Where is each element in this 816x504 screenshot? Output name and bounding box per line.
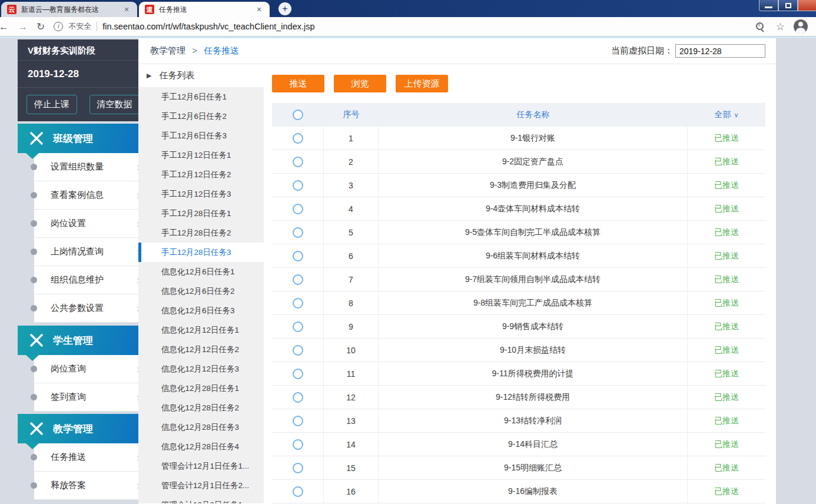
row-radio[interactable] <box>293 227 303 238</box>
row-radio[interactable] <box>293 321 303 332</box>
row-index: 12 <box>324 386 379 409</box>
section-header-class-management[interactable]: 班级管理 <box>18 124 148 153</box>
task-list-item[interactable]: 信息化12月12日任务2 <box>138 340 264 359</box>
row-radio[interactable] <box>293 133 303 144</box>
task-list-item[interactable]: 手工12月12日任务1 <box>138 145 264 165</box>
row-radio[interactable] <box>293 274 303 285</box>
task-list-item[interactable]: 手工12月28日任务2 <box>138 223 264 243</box>
back-icon[interactable]: ← <box>0 22 9 32</box>
sidebar-menu-item[interactable]: 岗位设置 › <box>34 210 148 238</box>
row-radio[interactable] <box>293 486 303 497</box>
task-list-header[interactable]: ▶ 任务列表 <box>138 64 264 87</box>
forward-icon[interactable]: → <box>18 22 28 32</box>
breadcrumb-separator: > <box>192 45 197 55</box>
minimize-button[interactable] <box>759 0 778 11</box>
tab-strip: 云 新道云—教育服务都在这 × 道 任务推送 × + <box>0 0 816 17</box>
section-header-teaching-management[interactable]: 教学管理 <box>18 414 148 443</box>
task-list-item[interactable]: 手工12月6日任务3 <box>138 126 264 145</box>
browser-tab-task-push[interactable]: 道 任务推送 × <box>139 2 270 17</box>
row-radio[interactable] <box>293 463 303 473</box>
virtual-date-input[interactable] <box>675 44 765 58</box>
bullet-icon <box>31 394 37 400</box>
task-list-item[interactable]: 手工12月6日任务2 <box>138 107 264 126</box>
status-filter-dropdown[interactable]: 全部 ∨ <box>714 110 738 120</box>
menu-item-label: 释放答案 <box>51 480 86 491</box>
sidebar-menu-item[interactable]: 任务推送 › <box>34 443 148 472</box>
row-radio[interactable] <box>293 204 303 214</box>
omnibox[interactable]: i 不安全 fin.seentao.com/rt/wf/taskpush/vc_… <box>54 21 785 32</box>
row-radio[interactable] <box>293 392 303 403</box>
task-list-item[interactable]: 信息化12月6日任务2 <box>138 281 264 301</box>
profile-avatar[interactable] <box>794 19 808 34</box>
row-radio[interactable] <box>293 251 303 261</box>
row-radio[interactable] <box>293 369 303 379</box>
row-status-badge: 已推送 <box>688 197 765 220</box>
url-text[interactable]: fin.seentao.com/rt/wf/taskpush/vc_teachC… <box>102 22 314 31</box>
task-list-item[interactable]: 信息化12月12日任务1 <box>138 320 264 340</box>
row-radio[interactable] <box>293 157 303 167</box>
select-all-radio[interactable] <box>293 110 303 120</box>
tab-close-icon[interactable]: × <box>254 5 264 14</box>
section-header-student-management[interactable]: 学生管理 <box>18 326 148 355</box>
sidebar-menu-item[interactable]: 设置组织数量 › <box>34 153 148 181</box>
info-icon[interactable]: i <box>54 22 63 31</box>
row-index: 7 <box>324 268 379 291</box>
row-index: 2 <box>324 150 379 173</box>
sidebar-menu-item[interactable]: 岗位查询 › <box>34 355 148 383</box>
row-radio[interactable] <box>293 180 303 191</box>
upload-resource-button[interactable]: 上传资源 <box>396 75 448 92</box>
sidebar-menu-item[interactable]: 查看案例信息 › <box>34 181 148 210</box>
row-task-name: 9-12结转所得税费用 <box>379 386 688 409</box>
menu-item-label: 查看案例信息 <box>51 190 104 201</box>
browse-button[interactable]: 浏览 <box>334 75 386 92</box>
seentao-cloud-favicon: 云 <box>7 5 16 14</box>
task-list-item[interactable]: 信息化12月6日任务1 <box>138 262 264 281</box>
row-index: 4 <box>324 197 379 220</box>
task-list-item[interactable]: 信息化12月28日任务3 <box>138 417 264 437</box>
push-button[interactable]: 推送 <box>272 75 324 92</box>
task-list-item[interactable]: 信息化12月28日任务4 <box>138 437 264 456</box>
breadcrumb-current[interactable]: 任务推送 <box>204 45 239 55</box>
browser-tab-seentao-home[interactable]: 云 新道云—教育服务都在这 × <box>1 2 137 17</box>
task-list-item[interactable]: 手工12月28日任务1 <box>138 204 264 223</box>
section-pointer-icon <box>26 153 39 159</box>
row-task-name: 9-14科目汇总 <box>379 433 688 456</box>
breadcrumb-parent[interactable]: 教学管理 <box>150 45 185 55</box>
new-tab-button[interactable]: + <box>278 2 291 15</box>
stop-class-button[interactable]: 停止上课 <box>26 95 77 114</box>
bullet-icon <box>31 248 37 255</box>
task-list-item[interactable]: 管理会计12月2日任务1 <box>138 495 264 503</box>
sidebar-menu-item[interactable]: 上岗情况查询 › <box>34 238 148 266</box>
refresh-icon[interactable]: ↻ <box>37 22 45 32</box>
stage-title: V财财务实训阶段 <box>18 39 148 61</box>
task-list-item[interactable]: 信息化12月28日任务1 <box>138 379 264 398</box>
row-radio[interactable] <box>293 439 303 450</box>
sidebar-menu-item[interactable]: 释放答案 › <box>34 472 148 500</box>
task-list-item[interactable]: 信息化12月12日任务3 <box>138 359 264 379</box>
minimize-icon <box>765 6 772 8</box>
zoom-icon[interactable]: + <box>756 22 764 31</box>
task-list-item[interactable]: 管理会计12月1日任务1... <box>138 456 264 476</box>
sidebar-menu-item[interactable]: 签到查询 › <box>34 383 148 412</box>
menu-item-label: 设置组织数量 <box>51 161 104 173</box>
row-radio[interactable] <box>293 345 303 356</box>
row-index: 8 <box>324 291 379 314</box>
clear-data-button[interactable]: 清空数据 <box>89 95 140 114</box>
row-radio[interactable] <box>293 298 303 309</box>
task-list-item[interactable]: 手工12月12日任务3 <box>138 184 264 204</box>
sidebar-menu-item[interactable]: 公共参数设置 › <box>34 294 148 323</box>
row-radio[interactable] <box>293 416 303 426</box>
task-list-item[interactable]: 管理会计12月1日任务2... <box>138 476 264 495</box>
sidebar-menu-item[interactable]: 组织信息维护 › <box>34 266 148 294</box>
tab-close-icon[interactable]: × <box>122 5 131 14</box>
task-list-item[interactable]: 信息化12月28日任务2 <box>138 398 264 417</box>
close-button[interactable] <box>798 0 816 11</box>
task-list-item[interactable]: 信息化12月6日任务3 <box>138 301 264 320</box>
task-list-item[interactable]: 手工12月6日任务1 <box>138 87 264 107</box>
row-task-name: 9-13结转净利润 <box>379 409 688 432</box>
maximize-button[interactable] <box>778 0 798 11</box>
bookmark-star-icon[interactable]: ☆ <box>776 22 785 32</box>
section-title: 教学管理 <box>53 422 93 436</box>
task-list-item[interactable]: 手工12月12日任务2 <box>138 165 264 184</box>
task-list-item[interactable]: 手工12月28日任务3 <box>138 243 264 262</box>
